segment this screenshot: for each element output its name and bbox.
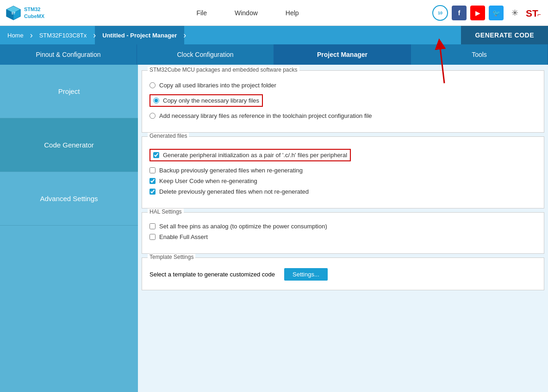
sidebar-item-code-generator[interactable]: Code Generator: [0, 118, 138, 172]
menu-help[interactable]: Help: [286, 9, 299, 17]
option-copy-all-row: Copy all used libraries into the project…: [149, 82, 536, 89]
main-content: Project Code Generator Advanced Settings…: [0, 65, 548, 392]
keep-user-code-label: Keep User Code when re-generating: [159, 178, 257, 184]
logo-stm32: STM32: [24, 6, 44, 12]
top-bar: ST STM32 CubeMX File Window Help 10 f ▶ …: [0, 0, 548, 26]
copy-all-radio[interactable]: [149, 82, 156, 88]
breadcrumb-project[interactable]: Untitled - Project Manager: [95, 26, 184, 44]
add-reference-label: Add necessary library files as reference…: [159, 112, 372, 119]
breadcrumb-arrow-2: ›: [93, 31, 96, 40]
delete-files-row: Delete previously generated files when n…: [149, 188, 536, 195]
mcu-packages-section: STM32Cube MCU packages and embedded soft…: [142, 70, 544, 133]
mcu-packages-label: STM32Cube MCU packages and embedded soft…: [148, 67, 299, 73]
menu-bar: File Window Help: [63, 9, 432, 17]
sidebar: Project Code Generator Advanced Settings: [0, 65, 138, 392]
enable-assert-row: Enable Full Assert: [149, 233, 536, 240]
menu-file[interactable]: File: [196, 9, 207, 17]
keep-user-code-row: Keep User Code when re-generating: [149, 178, 536, 184]
generated-files-label: Generated files: [148, 133, 189, 139]
breadcrumb-arrow-1: ›: [30, 31, 33, 40]
generate-code-button[interactable]: GENERATE CODE: [461, 26, 548, 44]
settings-button[interactable]: Settings...: [284, 268, 328, 281]
tab-clock[interactable]: Clock Configuration: [137, 44, 274, 65]
set-analog-checkbox[interactable]: [149, 223, 156, 229]
svg-text:⌐: ⌐: [537, 11, 541, 18]
backup-files-checkbox[interactable]: [149, 167, 156, 173]
option-copy-necessary-row: Copy only the necessary library files: [149, 92, 536, 109]
copy-necessary-label: Copy only the necessary library files: [163, 97, 259, 104]
tab-project-manager[interactable]: Project Manager: [274, 44, 411, 65]
copy-necessary-radio[interactable]: [153, 98, 159, 104]
share-icon[interactable]: ✳: [507, 6, 522, 20]
hal-settings-section: HAL Settings Set all free pins as analog…: [142, 212, 544, 254]
template-row: Select a template to generate customized…: [149, 268, 536, 281]
hal-settings-label: HAL Settings: [148, 208, 184, 215]
copy-necessary-highlighted: Copy only the necessary library files: [149, 94, 263, 107]
logo-cubemx: CubeMX: [24, 13, 44, 19]
facebook-icon[interactable]: f: [452, 6, 467, 20]
set-analog-row: Set all free pins as analog (to optimize…: [149, 223, 536, 230]
breadcrumb: Home › STM32F103C8Tx › Untitled - Projec…: [0, 26, 548, 44]
gen-peripheral-checkbox[interactable]: [153, 152, 159, 158]
sidebar-item-project[interactable]: Project: [0, 65, 138, 118]
backup-files-label: Backup previously generated files when r…: [159, 167, 303, 174]
breadcrumb-arrow-3: ›: [183, 31, 186, 40]
gen-peripheral-label: Generate peripheral initialization as a …: [163, 152, 347, 159]
social-icons-bar: 10 f ▶ 🐦 ✳ ST ⌐: [432, 5, 543, 21]
youtube-icon[interactable]: ▶: [470, 6, 485, 20]
gen-peripheral-row: Generate peripheral initialization as a …: [149, 147, 536, 163]
svg-text:ST: ST: [526, 7, 538, 18]
st-logo-icon: ST ⌐: [526, 6, 543, 20]
enable-assert-label: Enable Full Assert: [159, 233, 208, 240]
version-badge: 10: [432, 5, 448, 21]
twitter-icon[interactable]: 🐦: [489, 6, 504, 20]
tab-bar: Pinout & Configuration Clock Configurati…: [0, 44, 548, 65]
option-add-reference-row: Add necessary library files as reference…: [149, 112, 536, 119]
delete-files-checkbox[interactable]: [149, 189, 156, 195]
breadcrumb-home[interactable]: Home: [0, 26, 31, 44]
svg-text:ST: ST: [12, 11, 16, 14]
gen-peripheral-highlighted: Generate peripheral initialization as a …: [149, 149, 351, 161]
template-description: Select a template to generate customized…: [149, 271, 275, 278]
keep-user-code-checkbox[interactable]: [149, 178, 156, 184]
stm32-cube-logo: ST: [5, 4, 22, 22]
content-area: STM32Cube MCU packages and embedded soft…: [138, 65, 548, 392]
generated-files-section: Generated files Generate peripheral init…: [142, 136, 544, 208]
menu-window[interactable]: Window: [235, 9, 258, 17]
breadcrumb-mcu[interactable]: STM32F103C8Tx: [32, 26, 94, 44]
template-settings-section: Template Settings Select a template to g…: [142, 257, 544, 290]
sidebar-item-advanced-settings[interactable]: Advanced Settings: [0, 172, 138, 226]
enable-assert-checkbox[interactable]: [149, 234, 156, 240]
tab-tools[interactable]: Tools: [411, 44, 548, 65]
add-reference-radio[interactable]: [149, 113, 156, 119]
template-settings-label: Template Settings: [148, 254, 195, 260]
copy-all-label: Copy all used libraries into the project…: [159, 82, 276, 89]
logo: ST STM32 CubeMX: [5, 4, 44, 22]
tab-pinout[interactable]: Pinout & Configuration: [0, 44, 137, 65]
delete-files-label: Delete previously generated files when n…: [159, 188, 309, 195]
set-analog-label: Set all free pins as analog (to optimize…: [159, 223, 327, 230]
backup-files-row: Backup previously generated files when r…: [149, 167, 536, 174]
